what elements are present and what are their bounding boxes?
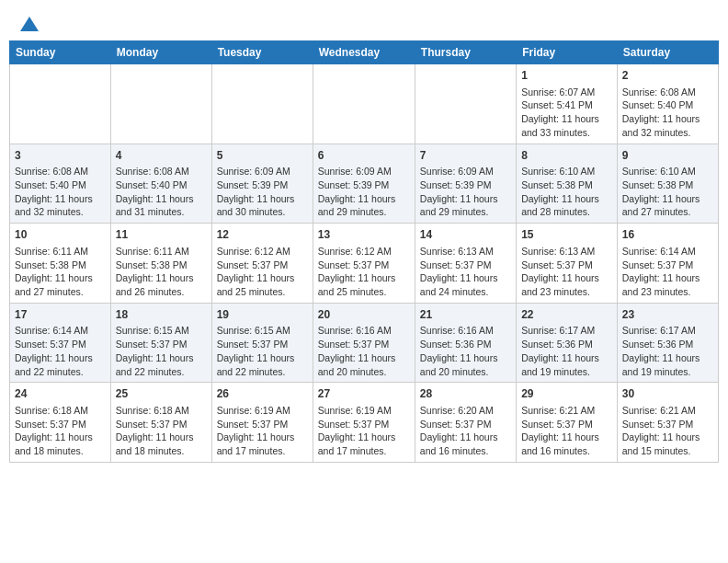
calendar-cell: 29Sunrise: 6:21 AM Sunset: 5:37 PM Dayli… <box>517 383 618 463</box>
calendar-cell: 19Sunrise: 6:15 AM Sunset: 5:37 PM Dayli… <box>211 303 313 383</box>
page-header <box>9 9 719 35</box>
calendar-cell: 4Sunrise: 6:08 AM Sunset: 5:40 PM Daylig… <box>110 144 211 224</box>
calendar-table: SundayMondayTuesdayWednesdayThursdayFrid… <box>9 40 719 463</box>
day-info: Sunrise: 6:11 AM Sunset: 5:38 PM Dayligh… <box>15 245 106 299</box>
calendar-week-4: 17Sunrise: 6:14 AM Sunset: 5:37 PM Dayli… <box>10 303 719 383</box>
day-info: Sunrise: 6:15 AM Sunset: 5:37 PM Dayligh… <box>217 324 308 378</box>
day-info: Sunrise: 6:13 AM Sunset: 5:37 PM Dayligh… <box>420 245 511 299</box>
svg-marker-0 <box>20 17 39 31</box>
calendar-cell: 18Sunrise: 6:15 AM Sunset: 5:37 PM Dayli… <box>110 303 211 383</box>
calendar-cell: 12Sunrise: 6:12 AM Sunset: 5:37 PM Dayli… <box>211 224 313 304</box>
day-info: Sunrise: 6:18 AM Sunset: 5:37 PM Dayligh… <box>15 404 106 458</box>
weekday-header-thursday: Thursday <box>415 41 516 64</box>
day-number: 3 <box>15 148 106 164</box>
day-number: 7 <box>420 148 511 164</box>
calendar-cell <box>10 64 111 144</box>
day-info: Sunrise: 6:10 AM Sunset: 5:38 PM Dayligh… <box>622 165 713 219</box>
day-info: Sunrise: 6:07 AM Sunset: 5:41 PM Dayligh… <box>521 86 612 140</box>
day-info: Sunrise: 6:19 AM Sunset: 5:37 PM Dayligh… <box>318 404 410 458</box>
day-number: 6 <box>318 148 410 164</box>
day-info: Sunrise: 6:08 AM Sunset: 5:40 PM Dayligh… <box>622 86 713 140</box>
day-number: 24 <box>15 386 106 402</box>
day-number: 4 <box>116 148 207 164</box>
day-info: Sunrise: 6:08 AM Sunset: 5:40 PM Dayligh… <box>15 165 106 219</box>
day-info: Sunrise: 6:13 AM Sunset: 5:37 PM Dayligh… <box>521 245 612 299</box>
day-number: 14 <box>420 227 511 243</box>
day-info: Sunrise: 6:18 AM Sunset: 5:37 PM Dayligh… <box>116 404 207 458</box>
day-number: 27 <box>318 386 410 402</box>
day-info: Sunrise: 6:16 AM Sunset: 5:36 PM Dayligh… <box>420 324 511 378</box>
title-area <box>39 17 710 18</box>
weekday-header-sunday: Sunday <box>10 41 111 64</box>
day-info: Sunrise: 6:20 AM Sunset: 5:37 PM Dayligh… <box>420 404 511 458</box>
day-number: 5 <box>217 148 308 164</box>
day-info: Sunrise: 6:15 AM Sunset: 5:37 PM Dayligh… <box>116 324 207 378</box>
day-number: 12 <box>217 227 308 243</box>
weekday-header-saturday: Saturday <box>617 41 718 64</box>
calendar-cell <box>110 64 211 144</box>
day-number: 13 <box>318 227 410 243</box>
calendar-cell: 9Sunrise: 6:10 AM Sunset: 5:38 PM Daylig… <box>617 144 718 224</box>
day-number: 29 <box>521 386 612 402</box>
day-number: 15 <box>521 227 612 243</box>
calendar-cell: 11Sunrise: 6:11 AM Sunset: 5:38 PM Dayli… <box>110 224 211 304</box>
logo <box>18 17 39 31</box>
day-number: 18 <box>116 307 207 323</box>
day-info: Sunrise: 6:17 AM Sunset: 5:36 PM Dayligh… <box>521 324 612 378</box>
weekday-header-tuesday: Tuesday <box>211 41 313 64</box>
day-number: 30 <box>622 386 713 402</box>
calendar-cell: 16Sunrise: 6:14 AM Sunset: 5:37 PM Dayli… <box>617 224 718 304</box>
calendar-cell: 26Sunrise: 6:19 AM Sunset: 5:37 PM Dayli… <box>211 383 313 463</box>
calendar-cell: 23Sunrise: 6:17 AM Sunset: 5:36 PM Dayli… <box>617 303 718 383</box>
day-number: 9 <box>622 148 713 164</box>
day-info: Sunrise: 6:16 AM Sunset: 5:37 PM Dayligh… <box>318 324 410 378</box>
calendar-week-2: 3Sunrise: 6:08 AM Sunset: 5:40 PM Daylig… <box>10 144 719 224</box>
calendar-cell: 7Sunrise: 6:09 AM Sunset: 5:39 PM Daylig… <box>415 144 516 224</box>
day-info: Sunrise: 6:12 AM Sunset: 5:37 PM Dayligh… <box>217 245 308 299</box>
day-info: Sunrise: 6:21 AM Sunset: 5:37 PM Dayligh… <box>521 404 612 458</box>
day-number: 26 <box>217 386 308 402</box>
day-number: 1 <box>521 68 612 84</box>
calendar-cell <box>211 64 313 144</box>
weekday-header-wednesday: Wednesday <box>313 41 415 64</box>
calendar-cell: 28Sunrise: 6:20 AM Sunset: 5:37 PM Dayli… <box>415 383 516 463</box>
day-info: Sunrise: 6:21 AM Sunset: 5:37 PM Dayligh… <box>622 404 713 458</box>
day-number: 23 <box>622 307 713 323</box>
calendar-cell: 5Sunrise: 6:09 AM Sunset: 5:39 PM Daylig… <box>211 144 313 224</box>
calendar-cell: 25Sunrise: 6:18 AM Sunset: 5:37 PM Dayli… <box>110 383 211 463</box>
day-number: 25 <box>116 386 207 402</box>
day-number: 17 <box>15 307 106 323</box>
day-number: 10 <box>15 227 106 243</box>
day-number: 20 <box>318 307 410 323</box>
day-number: 11 <box>116 227 207 243</box>
calendar-cell: 10Sunrise: 6:11 AM Sunset: 5:38 PM Dayli… <box>10 224 111 304</box>
weekday-header-monday: Monday <box>110 41 211 64</box>
day-info: Sunrise: 6:17 AM Sunset: 5:36 PM Dayligh… <box>622 324 713 378</box>
day-number: 28 <box>420 386 511 402</box>
day-info: Sunrise: 6:12 AM Sunset: 5:37 PM Dayligh… <box>318 245 410 299</box>
day-number: 2 <box>622 68 713 84</box>
calendar-cell: 21Sunrise: 6:16 AM Sunset: 5:36 PM Dayli… <box>415 303 516 383</box>
day-info: Sunrise: 6:19 AM Sunset: 5:37 PM Dayligh… <box>217 404 308 458</box>
calendar-cell <box>313 64 415 144</box>
day-number: 22 <box>521 307 612 323</box>
calendar-cell: 14Sunrise: 6:13 AM Sunset: 5:37 PM Dayli… <box>415 224 516 304</box>
calendar-cell: 1Sunrise: 6:07 AM Sunset: 5:41 PM Daylig… <box>517 64 618 144</box>
day-info: Sunrise: 6:09 AM Sunset: 5:39 PM Dayligh… <box>217 165 308 219</box>
calendar-cell: 13Sunrise: 6:12 AM Sunset: 5:37 PM Dayli… <box>313 224 415 304</box>
calendar-week-3: 10Sunrise: 6:11 AM Sunset: 5:38 PM Dayli… <box>10 224 719 304</box>
day-info: Sunrise: 6:14 AM Sunset: 5:37 PM Dayligh… <box>15 324 106 378</box>
calendar-week-1: 1Sunrise: 6:07 AM Sunset: 5:41 PM Daylig… <box>10 64 719 144</box>
logo-icon <box>20 17 39 31</box>
calendar-cell <box>415 64 516 144</box>
calendar-cell: 30Sunrise: 6:21 AM Sunset: 5:37 PM Dayli… <box>617 383 718 463</box>
calendar-cell: 15Sunrise: 6:13 AM Sunset: 5:37 PM Dayli… <box>517 224 618 304</box>
calendar-cell: 6Sunrise: 6:09 AM Sunset: 5:39 PM Daylig… <box>313 144 415 224</box>
calendar-cell: 2Sunrise: 6:08 AM Sunset: 5:40 PM Daylig… <box>617 64 718 144</box>
weekday-header-friday: Friday <box>517 41 618 64</box>
day-number: 19 <box>217 307 308 323</box>
calendar-cell: 20Sunrise: 6:16 AM Sunset: 5:37 PM Dayli… <box>313 303 415 383</box>
calendar-week-5: 24Sunrise: 6:18 AM Sunset: 5:37 PM Dayli… <box>10 383 719 463</box>
day-number: 21 <box>420 307 511 323</box>
weekday-header-row: SundayMondayTuesdayWednesdayThursdayFrid… <box>10 41 719 64</box>
